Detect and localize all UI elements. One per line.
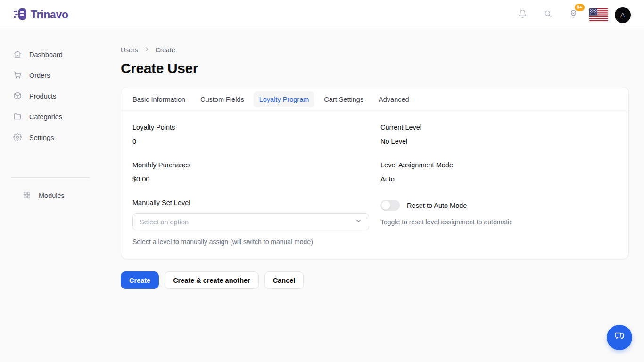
monthly-purchases-label: Monthly Purchases: [132, 161, 369, 169]
level-assignment-mode-label: Level Assignment Mode: [380, 161, 617, 169]
modules-grid-icon: [23, 191, 31, 201]
main-content: Users Create Create User Basic Informati…: [106, 30, 644, 362]
manually-set-level-helper: Select a level to manually assign (will …: [132, 238, 369, 246]
sidebar-item-modules[interactable]: Modules: [0, 185, 106, 206]
bell-icon: [518, 9, 527, 20]
trinavo-logo-icon: [13, 8, 27, 22]
chat-support-button[interactable]: [607, 325, 632, 350]
sidebar-item-label: Orders: [29, 72, 50, 79]
sidebar-item-label: Modules: [39, 192, 65, 199]
reset-to-auto-toggle[interactable]: [380, 200, 400, 211]
home-icon: [13, 50, 22, 60]
gear-icon: [13, 133, 22, 143]
toggle-knob: [381, 201, 390, 210]
tabbar: Basic Information Custom Fields Loyalty …: [121, 87, 628, 112]
breadcrumb-create: Create: [156, 46, 175, 54]
language-switcher[interactable]: [589, 8, 608, 21]
reset-to-auto-label: Reset to Auto Mode: [407, 202, 467, 209]
breadcrumb-users[interactable]: Users: [121, 46, 138, 54]
field-level-assignment-mode: Level Assignment Mode Auto: [380, 161, 617, 183]
notification-count-badge: 9+: [575, 4, 585, 11]
select-placeholder: Select an option: [140, 218, 189, 226]
manually-set-level-label: Manually Set Level: [132, 199, 369, 206]
sidebar-item-orders[interactable]: Orders: [0, 65, 106, 86]
cart-icon: [13, 71, 22, 81]
current-level-value: No Level: [380, 138, 617, 145]
brand-logo[interactable]: Trinavo: [13, 8, 68, 22]
brand-name: Trinavo: [31, 8, 68, 21]
tab-basic-information[interactable]: Basic Information: [127, 91, 191, 107]
field-monthly-purchases: Monthly Purchases $0.00: [132, 161, 369, 183]
whats-new-button[interactable]: 9+: [564, 6, 583, 25]
sidebar-item-products[interactable]: Products: [0, 86, 106, 107]
sidebar-item-label: Products: [29, 92, 56, 100]
lightbulb-icon: [569, 9, 578, 20]
folder-icon: [13, 112, 22, 122]
create-button[interactable]: Create: [121, 272, 159, 289]
breadcrumb: Users Create: [121, 46, 629, 54]
current-level-label: Current Level: [380, 123, 617, 131]
reset-to-auto-helper: Toggle to reset level assignment to auto…: [380, 218, 617, 226]
create-user-card: Basic Information Custom Fields Loyalty …: [121, 87, 629, 259]
create-and-create-another-button[interactable]: Create & create another: [165, 272, 259, 289]
topbar: Trinavo: [0, 0, 644, 30]
tab-loyalty-program[interactable]: Loyalty Program: [254, 91, 315, 107]
chat-bubbles-icon: [614, 331, 625, 344]
manually-set-level-select[interactable]: Select an option: [132, 213, 369, 230]
sidebar-item-dashboard[interactable]: Dashboard: [0, 44, 106, 65]
sidebar-item-categories[interactable]: Categories: [0, 107, 106, 127]
field-manually-set-level: Manually Set Level Select an option Sele…: [132, 199, 369, 246]
us-flag-icon: [589, 15, 608, 21]
sidebar-item-label: Dashboard: [29, 51, 63, 58]
field-loyalty-points: Loyalty Points 0: [132, 123, 369, 145]
chevron-down-icon: [355, 217, 362, 226]
form-actions: Create Create & create another Cancel: [121, 272, 629, 289]
sidebar-item-label: Categories: [29, 113, 62, 121]
cancel-button[interactable]: Cancel: [264, 272, 304, 289]
page-title: Create User: [121, 60, 629, 76]
loyalty-points-value: 0: [132, 138, 369, 145]
sidebar-item-label: Settings: [29, 134, 54, 141]
sidebar-divider: [11, 177, 90, 178]
level-assignment-mode-value: Auto: [380, 175, 617, 183]
field-reset-to-auto: Reset to Auto Mode Toggle to reset level…: [380, 199, 617, 246]
tab-advanced[interactable]: Advanced: [373, 91, 415, 107]
user-avatar[interactable]: A: [615, 7, 631, 23]
search-button[interactable]: [538, 6, 557, 25]
box-icon: [13, 91, 22, 101]
loyalty-points-label: Loyalty Points: [132, 123, 369, 131]
chevron-right-icon: [144, 46, 150, 54]
notifications-button[interactable]: [513, 6, 532, 25]
field-current-level: Current Level No Level: [380, 123, 617, 145]
monthly-purchases-value: $0.00: [132, 175, 369, 183]
sidebar: Dashboard Orders Products: [0, 30, 106, 362]
search-icon: [544, 10, 552, 20]
tab-custom-fields[interactable]: Custom Fields: [195, 91, 250, 107]
sidebar-item-settings[interactable]: Settings: [0, 127, 106, 148]
tab-cart-settings[interactable]: Cart Settings: [318, 91, 369, 107]
